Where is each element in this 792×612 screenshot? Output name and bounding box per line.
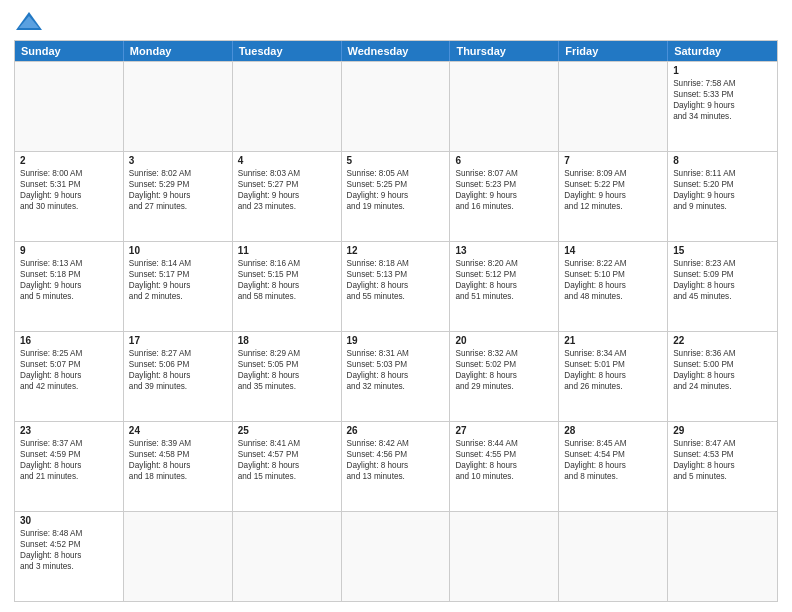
day-info: Sunrise: 8:25 AM Sunset: 5:07 PM Dayligh… (20, 348, 118, 392)
cal-row-4: 23Sunrise: 8:37 AM Sunset: 4:59 PM Dayli… (15, 421, 777, 511)
day-number: 22 (673, 335, 772, 346)
cal-cell-r3c4: 20Sunrise: 8:32 AM Sunset: 5:02 PM Dayli… (450, 332, 559, 421)
cal-cell-r0c0 (15, 62, 124, 151)
cal-cell-r4c3: 26Sunrise: 8:42 AM Sunset: 4:56 PM Dayli… (342, 422, 451, 511)
cal-cell-r5c4 (450, 512, 559, 601)
day-number: 30 (20, 515, 118, 526)
day-number: 29 (673, 425, 772, 436)
day-info: Sunrise: 8:45 AM Sunset: 4:54 PM Dayligh… (564, 438, 662, 482)
day-info: Sunrise: 8:48 AM Sunset: 4:52 PM Dayligh… (20, 528, 118, 572)
cal-header-friday: Friday (559, 41, 668, 61)
cal-cell-r3c3: 19Sunrise: 8:31 AM Sunset: 5:03 PM Dayli… (342, 332, 451, 421)
day-number: 24 (129, 425, 227, 436)
day-number: 4 (238, 155, 336, 166)
logo (14, 10, 48, 34)
cal-cell-r0c6: 1Sunrise: 7:58 AM Sunset: 5:33 PM Daylig… (668, 62, 777, 151)
day-number: 10 (129, 245, 227, 256)
day-number: 26 (347, 425, 445, 436)
day-number: 21 (564, 335, 662, 346)
cal-cell-r4c0: 23Sunrise: 8:37 AM Sunset: 4:59 PM Dayli… (15, 422, 124, 511)
day-number: 25 (238, 425, 336, 436)
cal-cell-r1c6: 8Sunrise: 8:11 AM Sunset: 5:20 PM Daylig… (668, 152, 777, 241)
day-number: 28 (564, 425, 662, 436)
cal-cell-r4c6: 29Sunrise: 8:47 AM Sunset: 4:53 PM Dayli… (668, 422, 777, 511)
cal-cell-r5c3 (342, 512, 451, 601)
cal-cell-r1c3: 5Sunrise: 8:05 AM Sunset: 5:25 PM Daylig… (342, 152, 451, 241)
cal-cell-r1c1: 3Sunrise: 8:02 AM Sunset: 5:29 PM Daylig… (124, 152, 233, 241)
cal-cell-r0c4 (450, 62, 559, 151)
day-info: Sunrise: 8:37 AM Sunset: 4:59 PM Dayligh… (20, 438, 118, 482)
day-info: Sunrise: 8:39 AM Sunset: 4:58 PM Dayligh… (129, 438, 227, 482)
day-number: 14 (564, 245, 662, 256)
cal-cell-r0c3 (342, 62, 451, 151)
cal-cell-r5c0: 30Sunrise: 8:48 AM Sunset: 4:52 PM Dayli… (15, 512, 124, 601)
cal-cell-r2c5: 14Sunrise: 8:22 AM Sunset: 5:10 PM Dayli… (559, 242, 668, 331)
day-number: 2 (20, 155, 118, 166)
cal-cell-r3c0: 16Sunrise: 8:25 AM Sunset: 5:07 PM Dayli… (15, 332, 124, 421)
cal-cell-r5c5 (559, 512, 668, 601)
logo-icon (14, 10, 44, 34)
day-info: Sunrise: 8:42 AM Sunset: 4:56 PM Dayligh… (347, 438, 445, 482)
day-info: Sunrise: 8:16 AM Sunset: 5:15 PM Dayligh… (238, 258, 336, 302)
day-info: Sunrise: 8:32 AM Sunset: 5:02 PM Dayligh… (455, 348, 553, 392)
cal-row-0: 1Sunrise: 7:58 AM Sunset: 5:33 PM Daylig… (15, 61, 777, 151)
cal-cell-r2c4: 13Sunrise: 8:20 AM Sunset: 5:12 PM Dayli… (450, 242, 559, 331)
day-number: 11 (238, 245, 336, 256)
day-number: 1 (673, 65, 772, 76)
day-number: 6 (455, 155, 553, 166)
day-number: 20 (455, 335, 553, 346)
cal-cell-r2c2: 11Sunrise: 8:16 AM Sunset: 5:15 PM Dayli… (233, 242, 342, 331)
cal-row-2: 9Sunrise: 8:13 AM Sunset: 5:18 PM Daylig… (15, 241, 777, 331)
calendar-body: 1Sunrise: 7:58 AM Sunset: 5:33 PM Daylig… (15, 61, 777, 601)
cal-cell-r3c2: 18Sunrise: 8:29 AM Sunset: 5:05 PM Dayli… (233, 332, 342, 421)
cal-cell-r1c5: 7Sunrise: 8:09 AM Sunset: 5:22 PM Daylig… (559, 152, 668, 241)
day-number: 12 (347, 245, 445, 256)
cal-cell-r3c5: 21Sunrise: 8:34 AM Sunset: 5:01 PM Dayli… (559, 332, 668, 421)
day-info: Sunrise: 8:07 AM Sunset: 5:23 PM Dayligh… (455, 168, 553, 212)
day-info: Sunrise: 8:29 AM Sunset: 5:05 PM Dayligh… (238, 348, 336, 392)
cal-cell-r5c6 (668, 512, 777, 601)
day-number: 23 (20, 425, 118, 436)
cal-cell-r3c6: 22Sunrise: 8:36 AM Sunset: 5:00 PM Dayli… (668, 332, 777, 421)
cal-row-3: 16Sunrise: 8:25 AM Sunset: 5:07 PM Dayli… (15, 331, 777, 421)
day-number: 8 (673, 155, 772, 166)
day-number: 3 (129, 155, 227, 166)
day-number: 15 (673, 245, 772, 256)
day-info: Sunrise: 7:58 AM Sunset: 5:33 PM Dayligh… (673, 78, 772, 122)
day-info: Sunrise: 8:27 AM Sunset: 5:06 PM Dayligh… (129, 348, 227, 392)
day-info: Sunrise: 8:05 AM Sunset: 5:25 PM Dayligh… (347, 168, 445, 212)
calendar: SundayMondayTuesdayWednesdayThursdayFrid… (14, 40, 778, 602)
day-number: 27 (455, 425, 553, 436)
day-info: Sunrise: 8:13 AM Sunset: 5:18 PM Dayligh… (20, 258, 118, 302)
calendar-header-row: SundayMondayTuesdayWednesdayThursdayFrid… (15, 41, 777, 61)
day-info: Sunrise: 8:11 AM Sunset: 5:20 PM Dayligh… (673, 168, 772, 212)
cal-cell-r0c1 (124, 62, 233, 151)
day-number: 7 (564, 155, 662, 166)
day-info: Sunrise: 8:09 AM Sunset: 5:22 PM Dayligh… (564, 168, 662, 212)
day-info: Sunrise: 8:14 AM Sunset: 5:17 PM Dayligh… (129, 258, 227, 302)
day-info: Sunrise: 8:41 AM Sunset: 4:57 PM Dayligh… (238, 438, 336, 482)
day-number: 5 (347, 155, 445, 166)
header (14, 10, 778, 34)
cal-cell-r2c1: 10Sunrise: 8:14 AM Sunset: 5:17 PM Dayli… (124, 242, 233, 331)
cal-cell-r5c1 (124, 512, 233, 601)
day-number: 17 (129, 335, 227, 346)
cal-cell-r1c0: 2Sunrise: 8:00 AM Sunset: 5:31 PM Daylig… (15, 152, 124, 241)
cal-cell-r2c0: 9Sunrise: 8:13 AM Sunset: 5:18 PM Daylig… (15, 242, 124, 331)
day-number: 13 (455, 245, 553, 256)
day-info: Sunrise: 8:20 AM Sunset: 5:12 PM Dayligh… (455, 258, 553, 302)
cal-header-tuesday: Tuesday (233, 41, 342, 61)
day-info: Sunrise: 8:31 AM Sunset: 5:03 PM Dayligh… (347, 348, 445, 392)
cal-cell-r4c4: 27Sunrise: 8:44 AM Sunset: 4:55 PM Dayli… (450, 422, 559, 511)
cal-header-wednesday: Wednesday (342, 41, 451, 61)
day-info: Sunrise: 8:03 AM Sunset: 5:27 PM Dayligh… (238, 168, 336, 212)
cal-cell-r1c2: 4Sunrise: 8:03 AM Sunset: 5:27 PM Daylig… (233, 152, 342, 241)
cal-cell-r4c5: 28Sunrise: 8:45 AM Sunset: 4:54 PM Dayli… (559, 422, 668, 511)
cal-cell-r5c2 (233, 512, 342, 601)
cal-cell-r0c5 (559, 62, 668, 151)
day-info: Sunrise: 8:34 AM Sunset: 5:01 PM Dayligh… (564, 348, 662, 392)
cal-cell-r0c2 (233, 62, 342, 151)
day-info: Sunrise: 8:18 AM Sunset: 5:13 PM Dayligh… (347, 258, 445, 302)
cal-header-monday: Monday (124, 41, 233, 61)
cal-cell-r3c1: 17Sunrise: 8:27 AM Sunset: 5:06 PM Dayli… (124, 332, 233, 421)
